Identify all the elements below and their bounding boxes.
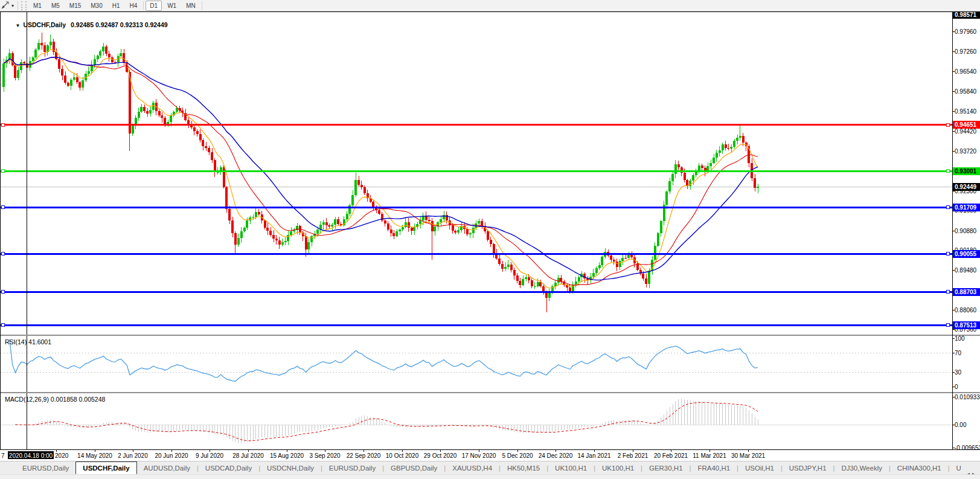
symbol-tab-audusd-daily[interactable]: AUDUSD,Daily: [137, 463, 197, 474]
svg-text:9 Jul 2020: 9 Jul 2020: [196, 452, 224, 459]
toolbar-separator: [18, 1, 18, 10]
ohlc-values: 0.92485 0.92487 0.92313 0.92449: [71, 21, 168, 28]
symbol-tab-usdjpy-h1[interactable]: USDJPY,H1: [783, 463, 833, 474]
toolbar-separator: [202, 1, 202, 10]
svg-text:100: 100: [955, 335, 965, 342]
toolbar-grip[interactable]: [21, 1, 27, 10]
svg-text:10 Oct 2020: 10 Oct 2020: [386, 452, 419, 459]
svg-text:24 Dec 2020: 24 Dec 2020: [539, 452, 573, 459]
collapse-triangle-icon[interactable]: ▼: [16, 23, 21, 28]
svg-text:2 Jun 2020: 2 Jun 2020: [118, 452, 148, 459]
svg-text:0.010933: 0.010933: [955, 394, 980, 400]
timeframe-button-m30[interactable]: M30: [86, 1, 106, 11]
symbol-tab-usdchf-daily[interactable]: USDCHF,Daily: [75, 461, 136, 474]
svg-text:0.94420: 0.94420: [955, 128, 977, 135]
svg-text:0: 0: [955, 384, 958, 390]
svg-text:0.91709: 0.91709: [955, 204, 977, 211]
svg-text:22 Sep 2020: 22 Sep 2020: [347, 452, 381, 459]
timeframe-button-mn[interactable]: MN: [182, 1, 200, 11]
timeframe-button-h1[interactable]: H1: [108, 1, 124, 11]
svg-text:2 Feb 2021: 2 Feb 2021: [618, 452, 649, 459]
svg-text:0.94651: 0.94651: [955, 121, 977, 128]
svg-text:20 Jun 2020: 20 Jun 2020: [155, 452, 188, 459]
symbol-tab-uk100-h1[interactable]: UK100,H1: [595, 463, 641, 474]
symbol-tab-u[interactable]: U: [950, 463, 968, 474]
macd-indicator-label: MACD(12,26,9) 0.001858 0.005248: [5, 396, 105, 403]
symbol-period-label: USDCHF,Daily: [23, 21, 66, 28]
svg-text:5 Dec 2020: 5 Dec 2020: [502, 452, 533, 459]
svg-text:0.97960: 0.97960: [955, 28, 977, 35]
svg-text:3 Sep 2020: 3 Sep 2020: [309, 452, 341, 459]
svg-text:28 Jul 2020: 28 Jul 2020: [232, 452, 264, 459]
symbol-tab-eurusd-daily[interactable]: EURUSD,Daily: [322, 463, 382, 474]
mt4-terminal: { "toolbar": { "icon": "chart-cursor-ico…: [0, 0, 980, 479]
timeframe-button-m5[interactable]: M5: [47, 1, 64, 11]
symbol-tab-usoil-h1[interactable]: USOil,H1: [738, 463, 781, 474]
timeframe-button-m15[interactable]: M15: [65, 1, 85, 11]
svg-text:0.88703: 0.88703: [955, 289, 977, 295]
svg-text:0.97260: 0.97260: [955, 48, 977, 55]
symbol-tab-usdcnh-daily[interactable]: USDCNH,Daily: [260, 463, 321, 474]
svg-text:0.89480: 0.89480: [955, 267, 977, 274]
svg-text:17 Nov 2020: 17 Nov 2020: [462, 452, 496, 459]
svg-text:0.92449: 0.92449: [955, 184, 977, 190]
symbol-tab-xauusd-h4[interactable]: XAUUSD,H4: [446, 463, 499, 474]
status-strip: [0, 474, 980, 479]
svg-text:0.90055: 0.90055: [955, 251, 977, 257]
svg-text:0.98571: 0.98571: [955, 11, 977, 18]
svg-text:0.95840: 0.95840: [955, 88, 977, 95]
symbol-tab-ger30-h1[interactable]: GER30,H1: [642, 463, 690, 474]
svg-text:0.88060: 0.88060: [955, 307, 977, 313]
rsi-indicator-label: RSI(14) 41.6001: [5, 338, 51, 346]
svg-text:0.87513: 0.87513: [955, 322, 977, 329]
chart-tab-bar: EURUSD,DailyUSDCHF,DailyAUDUSD,Daily|USD…: [0, 461, 980, 474]
symbol-tab-hk50-m15[interactable]: HK50,M15: [501, 463, 546, 474]
svg-text:2020.04.18 0:00: 2020.04.18 0:00: [9, 452, 53, 459]
svg-text:70: 70: [955, 350, 962, 356]
symbol-tab-china300-h1[interactable]: CHINA300,H1: [891, 463, 948, 474]
svg-text:30 Mar 2021: 30 Mar 2021: [731, 452, 766, 459]
chart-canvas[interactable]: 0.979600.972600.965400.958400.951400.944…: [0, 11, 980, 461]
svg-text:30: 30: [955, 369, 962, 376]
symbol-tab-uk100-h1[interactable]: UK100,H1: [548, 463, 594, 474]
svg-text:11 Mar 2021: 11 Mar 2021: [693, 452, 726, 459]
timeframe-button-m1[interactable]: M1: [29, 1, 46, 11]
chevron-down-icon[interactable]: ▾: [11, 3, 14, 8]
svg-text:14 May 2020: 14 May 2020: [77, 452, 112, 459]
symbol-tab-eurusd-daily[interactable]: EURUSD,Daily: [16, 463, 75, 474]
svg-text:0.93001: 0.93001: [955, 168, 977, 175]
timeframe-button-d1[interactable]: D1: [146, 1, 162, 11]
chart-cursor-icon[interactable]: [1, 1, 10, 10]
timeframe-button-w1[interactable]: W1: [163, 1, 181, 11]
svg-text:14 Jan 2021: 14 Jan 2021: [577, 452, 610, 459]
timeframe-button-h4[interactable]: H4: [126, 1, 142, 11]
svg-text:0.95140: 0.95140: [955, 108, 977, 115]
chart-title: ▼USDCHF,Daily0.92485 0.92487 0.92313 0.9…: [5, 14, 168, 36]
svg-text:0.93720: 0.93720: [955, 148, 977, 155]
svg-text:15 Aug 2020: 15 Aug 2020: [270, 452, 304, 459]
svg-text:-0.009653: -0.009653: [955, 445, 980, 451]
svg-text:20 Feb 2021: 20 Feb 2021: [654, 452, 688, 459]
symbol-tab-dj30-weekly[interactable]: DJ30,Weekly: [834, 463, 889, 474]
top-toolbar: ▾ M1M5M15M30H1H4D1W1MN: [0, 0, 980, 11]
symbol-tab-usdcad-daily[interactable]: USDCAD,Daily: [199, 463, 258, 474]
symbol-tab-gbpusd-daily[interactable]: GBPUSD,Daily: [384, 463, 444, 474]
symbol-tab-fra40-h1[interactable]: FRA40,H1: [691, 463, 737, 474]
chart-window[interactable]: 0.979600.972600.965400.958400.951400.944…: [0, 11, 980, 461]
toolbar-separator: [143, 1, 144, 10]
svg-text:0.90880: 0.90880: [955, 228, 977, 234]
svg-text:7: 7: [1, 452, 5, 459]
svg-text:29 Oct 2020: 29 Oct 2020: [424, 452, 457, 459]
svg-text:0.96540: 0.96540: [955, 68, 977, 75]
svg-text:0.00: 0.00: [955, 422, 967, 428]
